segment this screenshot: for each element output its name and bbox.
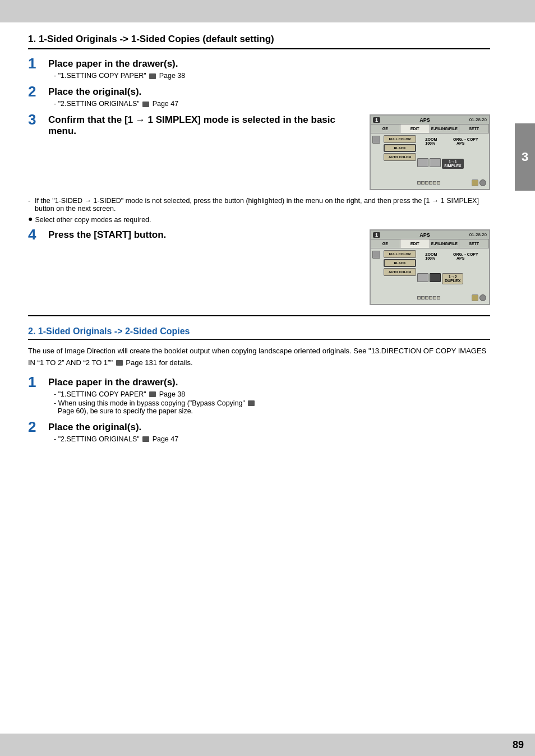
page-number: 89 xyxy=(513,739,524,751)
step-number-1: 1 xyxy=(28,56,48,71)
lcd-body-1: FULL COLOR BLACK AUTO COLOR ZOOM100% ORG… xyxy=(371,133,489,189)
section2-title: 2. 1-Sided Originals -> 2-Sided Copies xyxy=(28,326,490,340)
lcd-date-1: 01.28.20 xyxy=(469,117,487,122)
section2-step-number-1: 1 xyxy=(28,375,48,389)
lcd-bottom-2 xyxy=(417,294,486,301)
section2-step-2-sub: - "2.SETTING ORIGINALS" Page 47 xyxy=(54,435,490,443)
lcd-aps-2: APS xyxy=(419,232,430,238)
step-4-heading: Press the [START] button. xyxy=(48,229,358,241)
lcd-left-icons xyxy=(371,133,382,189)
bottom-bar: 89 xyxy=(0,734,535,756)
lcd-badge-2: 1 xyxy=(373,232,380,238)
lcd-badge-1: 1 xyxy=(373,117,380,123)
lcd-left-icons-2 xyxy=(371,248,382,304)
book-icon-5 xyxy=(248,400,255,406)
lcd-color-buttons: FULL COLOR BLACK AUTO COLOR xyxy=(384,135,416,187)
lcd-screen-1: 1 APS 01.28.20 GE EDIT E-FILING/FILE SET… xyxy=(370,114,490,190)
lcd-org-copy: ORG.→COPYAPS xyxy=(453,137,478,145)
chapter-tab: 3 xyxy=(515,123,535,191)
note-1: If the "1-SIDED → 1-SIDED" mode is not s… xyxy=(28,197,490,213)
section2-step-1: 1 Place paper in the drawer(s). - "1.SET… xyxy=(28,377,490,416)
lcd-simplex-box: 1→1SIMPLEX xyxy=(442,159,464,169)
lcd-icon-copy-3 xyxy=(417,273,428,282)
lcd-tab-sett: SETT xyxy=(459,125,489,133)
lcd-circle-btns-2 xyxy=(472,294,486,301)
step-number-2: 2 xyxy=(28,84,48,99)
lcd-tab-sett-2: SETT xyxy=(459,239,489,248)
step-2-sub: - "2.SETTING ORIGINALS" Page 47 xyxy=(54,100,490,108)
lcd-auto-color-btn-2: AUTO COLOR xyxy=(384,268,416,276)
step-2-content: Place the original(s). - "2.SETTING ORIG… xyxy=(48,86,490,109)
lcd-top-bar-2: 1 APS 01.28.20 xyxy=(371,231,489,239)
lcd-middle-row-2: 1→2DUPLEX xyxy=(417,271,486,284)
book-icon xyxy=(149,73,156,79)
step-4-row: 4 Press the [START] button. 1 APS 01.28.… xyxy=(28,229,490,305)
book-icon-3 xyxy=(116,360,123,366)
sq3 xyxy=(425,181,428,185)
chapter-number: 3 xyxy=(522,150,528,164)
note-bullet: ● Select other copy modes as required. xyxy=(28,216,490,224)
step-number-4: 4 xyxy=(28,227,48,242)
section2-step-number-2: 2 xyxy=(28,420,48,434)
lcd-middle-row: 1→1SIMPLEX xyxy=(417,156,486,169)
step-3-row: 3 Confirm that the [1 → 1 SIMPLEX] mode … xyxy=(28,114,490,190)
step-4-image: 1 APS 01.28.20 GE EDIT E-FILING/FILE SET… xyxy=(370,229,490,305)
lcd-btn-1 xyxy=(472,179,478,186)
lcd-circle-btns xyxy=(472,179,486,186)
section2-step-2-content: Place the original(s). - "2.SETTING ORIG… xyxy=(48,422,490,444)
book-icon-4 xyxy=(149,391,156,397)
sq6 xyxy=(437,181,440,185)
sq1 xyxy=(417,181,421,185)
lcd-tab-edit: EDIT xyxy=(400,125,430,133)
book-icon-6 xyxy=(142,436,149,442)
section2-desc: The use of Image Direction will create t… xyxy=(28,345,490,369)
notes-section: If the "1-SIDED → 1-SIDED" mode is not s… xyxy=(28,197,490,224)
lcd-date-2: 01.28.20 xyxy=(469,232,487,237)
section2-step-1-sub1: - "1.SETTING COPY PAPER" Page 38 xyxy=(54,390,490,398)
step-4: 4 Press the [START] button. xyxy=(28,229,358,243)
lcd-squares-2 xyxy=(417,296,440,299)
step-1-content: Place paper in the drawer(s). - "1.SETTI… xyxy=(48,58,490,81)
step-1-heading: Place paper in the drawer(s). xyxy=(48,58,490,70)
lcd-body-2: FULL COLOR BLACK AUTO COLOR ZOOM100% ORG… xyxy=(371,248,489,304)
sq4 xyxy=(429,181,432,185)
note-2-text: Select other copy modes as required. xyxy=(35,216,151,224)
lcd-full-color-btn-2: FULL COLOR xyxy=(384,250,416,258)
lcd-bottom xyxy=(417,179,486,186)
lcd-duplex-box: 1→2DUPLEX xyxy=(442,273,463,284)
lcd-icon-2 xyxy=(372,251,380,259)
lcd-black-btn-2: BLACK xyxy=(384,259,416,267)
lcd-screen-2: 1 APS 01.28.20 GE EDIT E-FILING/FILE SET… xyxy=(370,229,490,305)
lcd-full-color-btn: FULL COLOR xyxy=(384,135,416,143)
book-icon-2 xyxy=(142,102,149,107)
lcd-right-panel-2: ZOOM100% ORG.→COPYAPS 1→2DUPLEX xyxy=(416,250,487,302)
lcd-icon-1 xyxy=(372,136,380,144)
step-1: 1 Place paper in the drawer(s). - "1.SET… xyxy=(28,58,490,81)
lcd-zoom-label: ZOOM100% xyxy=(425,137,437,145)
lcd-btn-2 xyxy=(479,179,486,186)
step-1-sub: - "1.SETTING COPY PAPER" Page 38 xyxy=(54,72,490,80)
lcd-org-copy-2: ORG.→COPYAPS xyxy=(453,252,478,260)
lcd-squares xyxy=(417,181,440,185)
bullet-icon: ● xyxy=(28,215,33,223)
step-3-heading: Confirm that the [1 → 1 SIMPLEX] mode is… xyxy=(48,114,358,137)
section2-step-1-sub2: - When using this mode in bypass copying… xyxy=(54,399,490,415)
sq2 xyxy=(421,181,425,185)
page-wrapper: 3 1. 1-Sided Originals -> 1-Sided Copies… xyxy=(0,0,535,756)
lcd-color-buttons-2: FULL COLOR BLACK AUTO COLOR xyxy=(384,250,416,302)
step-4-left: 4 Press the [START] button. xyxy=(28,229,358,305)
section2-step-1-content: Place paper in the drawer(s). - "1.SETTI… xyxy=(48,377,490,416)
top-bar xyxy=(0,0,535,22)
lcd-icon-copy2 xyxy=(430,158,441,167)
step-number-3: 3 xyxy=(28,112,48,127)
section2-step-2: 2 Place the original(s). - "2.SETTING OR… xyxy=(28,422,490,444)
lcd-tab-ge: GE xyxy=(371,125,400,133)
lcd-zoom-row-2: ZOOM100% ORG.→COPYAPS xyxy=(417,252,486,260)
lcd-top-bar-1: 1 APS 01.28.20 xyxy=(371,116,489,125)
section2-step-2-heading: Place the original(s). xyxy=(48,422,490,433)
lcd-aps-1: APS xyxy=(419,117,430,123)
section1-title: 1. 1-Sided Originals -> 1-Sided Copies (… xyxy=(28,34,490,49)
step-2: 2 Place the original(s). - "2.SETTING OR… xyxy=(28,86,490,109)
lcd-tab-edit-2: EDIT xyxy=(400,239,430,248)
lcd-tab-ge-2: GE xyxy=(371,239,400,248)
